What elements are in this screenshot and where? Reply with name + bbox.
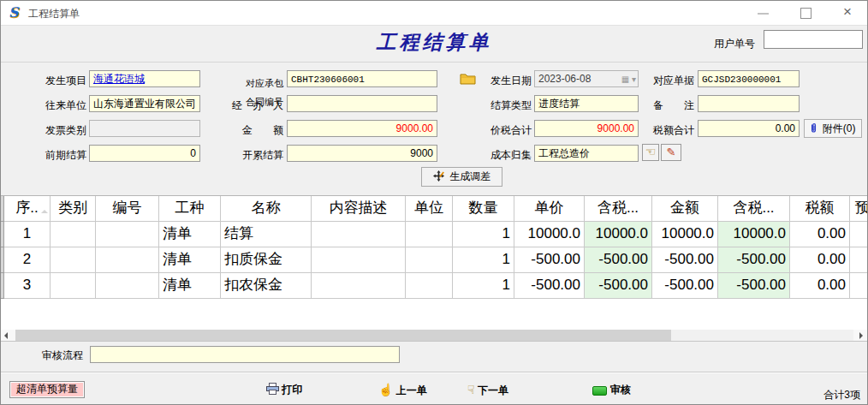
- generate-adjust-button[interactable]: 生成调差: [421, 167, 502, 187]
- print-button[interactable]: 打印: [266, 383, 302, 397]
- prev-doc-button[interactable]: ☝ 上一单: [378, 383, 427, 398]
- attachment-button[interactable]: 附件(0): [804, 119, 862, 138]
- doc-no-input[interactable]: GCJSD230000001: [698, 70, 800, 87]
- hand-down-icon: ☟: [467, 383, 475, 396]
- th-tax-incl-amount[interactable]: 含税...: [718, 196, 790, 222]
- cell-quantity[interactable]: 1: [453, 222, 514, 247]
- cell-description[interactable]: [312, 222, 406, 247]
- project-link[interactable]: 海通花语城: [93, 73, 145, 85]
- cell-seq[interactable]: 2: [4, 247, 51, 273]
- cell-tax-incl-amount[interactable]: -500.00: [718, 247, 790, 273]
- cost-picker-button[interactable]: ☜: [642, 144, 659, 161]
- counterparty-input[interactable]: 山东海通置业有限公司: [89, 95, 200, 112]
- tax-incl-total-input[interactable]: 9000.00: [534, 120, 639, 137]
- cell-amount[interactable]: 10000.0: [652, 222, 718, 247]
- occur-date-label: 发生日期: [479, 74, 532, 88]
- prev-settlement-input[interactable]: 0: [89, 145, 200, 162]
- cell-budget[interactable]: [850, 247, 868, 273]
- remark-input[interactable]: [698, 95, 800, 112]
- cell-worktype[interactable]: 清单: [159, 273, 221, 299]
- cell-tax-incl-price[interactable]: -500.00: [585, 273, 652, 299]
- cell-code[interactable]: [96, 273, 159, 299]
- scroll-left-button[interactable]: [1, 330, 15, 341]
- contract-input[interactable]: CBHT230606001: [287, 70, 437, 87]
- cell-tax[interactable]: 0.00: [790, 247, 850, 273]
- cell-name[interactable]: 结算: [221, 222, 312, 247]
- audit-button[interactable]: 审核: [610, 383, 631, 397]
- handler-input[interactable]: [287, 95, 437, 112]
- cell-unit-price[interactable]: -500.00: [514, 247, 585, 273]
- cell-tax-incl-price[interactable]: -500.00: [585, 247, 652, 273]
- cell-description[interactable]: [312, 247, 406, 273]
- prev-doc-label: 上一单: [396, 384, 427, 396]
- th-worktype[interactable]: 工种: [159, 196, 221, 222]
- cell-name[interactable]: 扣农保金: [221, 273, 312, 299]
- cell-category[interactable]: [51, 247, 96, 273]
- cell-worktype[interactable]: 清单: [159, 222, 221, 247]
- cell-tax-incl-price[interactable]: 10000.0: [585, 222, 652, 247]
- occur-date-input[interactable]: 2023-06-08 ▦ ▾: [534, 70, 639, 87]
- cost-collection-input[interactable]: 工程总造价: [534, 145, 639, 162]
- next-doc-button[interactable]: ☟ 下一单: [467, 383, 508, 398]
- cell-tax[interactable]: 0.00: [790, 273, 850, 299]
- cost-edit-button[interactable]: ✎: [661, 144, 681, 161]
- settle-type-input[interactable]: 进度结算: [534, 95, 639, 112]
- th-amount[interactable]: 金额: [652, 196, 718, 222]
- th-budget[interactable]: 预: [850, 196, 868, 222]
- tax-total-label: 税额合计: [641, 123, 694, 138]
- th-unit-price[interactable]: 单价: [514, 196, 585, 222]
- cost-collection-label: 成本归集: [479, 148, 532, 163]
- th-category[interactable]: 类别: [51, 196, 96, 222]
- cell-code[interactable]: [96, 247, 159, 273]
- cell-unit[interactable]: [406, 273, 453, 299]
- cell-unit-price[interactable]: 10000.0: [514, 222, 585, 247]
- th-tax-incl-price[interactable]: 含税...: [585, 196, 652, 222]
- tax-total-input[interactable]: 0.00: [698, 120, 800, 137]
- scroll-right-button[interactable]: [853, 330, 868, 341]
- horizontal-scrollbar[interactable]: [1, 330, 868, 341]
- cell-seq[interactable]: 1: [4, 222, 51, 247]
- settle-type-label: 结算类型: [479, 98, 532, 113]
- cell-tax-incl-amount[interactable]: -500.00: [718, 273, 790, 299]
- cell-budget[interactable]: [850, 273, 868, 299]
- contract-folder-button[interactable]: [460, 72, 476, 88]
- cell-budget[interactable]: [850, 222, 868, 247]
- scrollbar-thumb[interactable]: [15, 330, 671, 341]
- accum-settlement-input[interactable]: 9000: [287, 145, 437, 162]
- cell-tax-incl-amount[interactable]: 10000.0: [718, 222, 790, 247]
- th-seq[interactable]: 序..: [4, 196, 51, 222]
- th-name[interactable]: 名称: [221, 196, 312, 222]
- cell-quantity[interactable]: 1: [453, 247, 514, 273]
- cell-code[interactable]: [96, 222, 159, 247]
- cell-name[interactable]: 扣质保金: [221, 247, 312, 273]
- cell-worktype[interactable]: 清单: [159, 247, 221, 273]
- close-button[interactable]: ×: [838, 3, 857, 21]
- project-label: 发生项目: [35, 74, 86, 88]
- cell-tax[interactable]: 0.00: [790, 222, 850, 247]
- cell-amount[interactable]: -500.00: [652, 247, 718, 273]
- project-input[interactable]: 海通花语城: [89, 70, 200, 87]
- scroll-left-icon: [4, 332, 8, 339]
- maximize-button[interactable]: [800, 8, 812, 19]
- cell-category[interactable]: [51, 222, 96, 247]
- cell-description[interactable]: [312, 273, 406, 299]
- audit-label: 审核: [610, 384, 631, 396]
- th-code[interactable]: 编号: [96, 196, 159, 222]
- cell-seq[interactable]: 3: [4, 273, 51, 299]
- cell-unit-price[interactable]: -500.00: [514, 273, 585, 299]
- cell-unit[interactable]: [406, 222, 453, 247]
- user-no-input[interactable]: [764, 30, 863, 49]
- th-tax[interactable]: 税额: [790, 196, 850, 222]
- cell-amount[interactable]: -500.00: [652, 273, 718, 299]
- amount-label: 金 额: [225, 123, 283, 138]
- minimize-button[interactable]: [758, 13, 769, 15]
- th-unit[interactable]: 单位: [406, 196, 453, 222]
- calendar-dropdown-icon[interactable]: ▦ ▾: [621, 73, 636, 86]
- th-quantity[interactable]: 数量: [453, 196, 514, 222]
- amount-input[interactable]: 9000.00: [287, 120, 437, 137]
- review-flow-input[interactable]: [90, 346, 400, 363]
- cell-category[interactable]: [51, 273, 96, 299]
- cell-unit[interactable]: [406, 247, 453, 273]
- th-description[interactable]: 内容描述: [312, 196, 406, 222]
- cell-quantity[interactable]: 1: [453, 273, 514, 299]
